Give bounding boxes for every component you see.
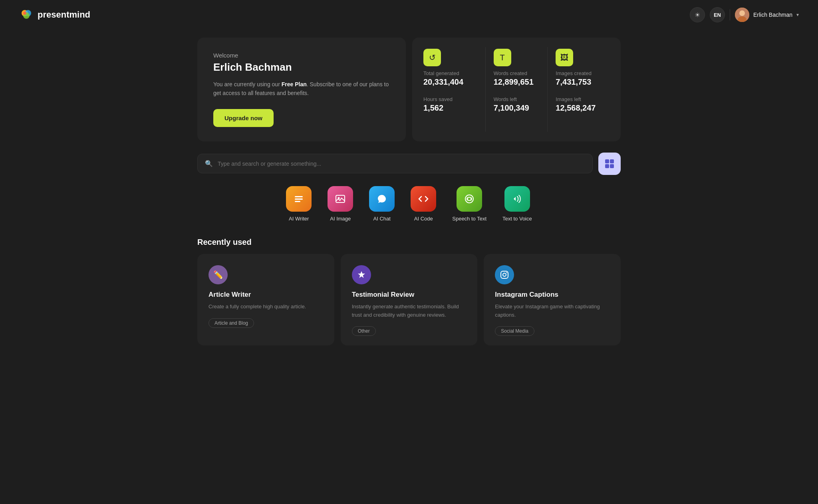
svg-rect-14 [336,195,345,202]
main-content: Welcome Erlich Bachman You are currently… [189,30,629,361]
instagram-captions-icon [495,265,514,284]
search-icon: 🔍 [205,160,213,167]
feature-card-instagram-captions[interactable]: Instagram Captions Elevate your Instagra… [484,254,621,346]
svg-rect-8 [610,159,614,163]
svg-point-22 [506,272,507,273]
instagram-captions-title: Instagram Captions [495,291,610,299]
tool-ai-writer[interactable]: AI Writer [286,186,312,222]
hours-saved-value: 1,562 [423,103,477,113]
logo-icon [19,8,34,22]
tool-speech-to-text[interactable]: Speech to Text [452,186,486,222]
testimonial-review-icon [352,265,371,284]
images-left-value: 12,568,247 [556,103,602,113]
images-created-label: Images created [556,70,602,76]
svg-rect-9 [605,164,609,168]
stat-group-3: 🖼 Images created 7,431,753 Images left 1… [548,47,610,132]
header-divider [730,9,730,20]
stat-words-left: Words left 7,100,349 [494,96,540,113]
welcome-card: Welcome Erlich Bachman You are currently… [197,38,406,141]
svg-point-21 [503,273,506,276]
svg-rect-10 [610,164,614,168]
hours-saved-label: Hours saved [423,96,477,102]
svg-point-17 [467,198,469,199]
stat-images-created: 🖼 Images created 7,431,753 [556,49,602,87]
recently-used-section: Recently used ✏️ Article Writer Create a… [197,238,621,346]
search-input[interactable] [218,161,585,167]
user-name: Erlich Bachman [753,12,792,18]
chevron-down-icon: ▾ [796,12,799,18]
words-left-value: 7,100,349 [494,103,540,113]
stat-total-generated: ↺ Total generated 20,331,404 [423,49,477,87]
article-writer-title: Article Writer [208,291,323,299]
text-to-voice-icon [504,186,530,212]
stat-images-left: Images left 12,568,247 [556,96,602,113]
top-section: Welcome Erlich Bachman You are currently… [197,38,621,141]
article-writer-tag[interactable]: Article and Blog [208,318,254,328]
article-writer-desc: Create a fully complete high quality art… [208,303,323,311]
text-to-voice-label: Text to Voice [502,216,532,222]
images-left-label: Images left [556,96,602,102]
stats-card: ↺ Total generated 20,331,404 Hours saved… [412,38,621,141]
search-bar: 🔍 [197,154,593,173]
testimonial-review-tag[interactable]: Other [352,326,376,336]
theme-toggle-button[interactable]: ☀ [690,7,705,22]
header-right: ☀ EN Erlich Bachman ▾ [690,7,799,22]
logo: presentmind [19,8,90,22]
svg-point-3 [23,12,26,15]
tools-section: AI Writer AI Image AI Chat AI Code [197,186,621,222]
tool-text-to-voice[interactable]: Text to Voice [502,186,532,222]
user-menu[interactable]: Erlich Bachman ▾ [735,8,799,22]
svg-rect-12 [295,198,303,200]
ai-chat-label: AI Chat [373,216,391,222]
welcome-label: Welcome [213,52,390,59]
language-button[interactable]: EN [710,7,725,22]
upgrade-now-button[interactable]: Upgrade now [213,109,274,127]
total-generated-icon: ↺ [423,49,441,66]
images-created-icon: 🖼 [556,49,573,66]
logo-text: presentmind [38,10,90,20]
svg-point-18 [471,198,472,199]
testimonial-review-title: Testimonial Review [352,291,467,299]
avatar [735,8,749,22]
feature-card-article-writer[interactable]: ✏️ Article Writer Create a fully complet… [197,254,334,346]
search-section: 🔍 [197,153,621,175]
feature-card-testimonial-review[interactable]: Testimonial Review Instantly generate au… [341,254,478,346]
tool-ai-code[interactable]: AI Code [411,186,436,222]
ai-code-icon [411,186,436,212]
words-created-value: 12,899,651 [494,77,540,87]
speech-to-text-icon [457,186,482,212]
svg-rect-13 [295,201,300,202]
total-generated-label: Total generated [423,70,477,76]
svg-point-5 [739,10,745,16]
article-writer-icon: ✏️ [208,265,228,284]
tool-ai-image[interactable]: AI Image [328,186,353,222]
tool-ai-chat[interactable]: AI Chat [369,186,395,222]
ai-image-icon [328,186,353,212]
ai-chat-icon [369,186,395,212]
images-created-value: 7,431,753 [556,77,602,87]
feature-cards-grid: ✏️ Article Writer Create a fully complet… [197,254,621,346]
svg-marker-19 [358,271,365,278]
svg-rect-11 [295,196,303,197]
recently-used-title: Recently used [197,238,621,247]
words-created-icon: T [494,49,511,66]
words-created-label: Words created [494,70,540,76]
grid-icon [604,159,615,169]
welcome-desc: You are currently using our Free Plan. S… [213,80,390,98]
svg-rect-7 [605,159,609,163]
stat-group-2: T Words created 12,899,651 Words left 7,… [486,47,548,132]
words-left-label: Words left [494,96,540,102]
ai-writer-label: AI Writer [289,216,309,222]
stat-words-created: T Words created 12,899,651 [494,49,540,87]
instagram-captions-tag[interactable]: Social Media [495,326,534,336]
total-generated-value: 20,331,404 [423,77,477,87]
welcome-name: Erlich Bachman [213,61,390,73]
header: presentmind ☀ EN Erlich Bachman ▾ [0,0,818,30]
instagram-captions-desc: Elevate your Instagram game with captiva… [495,303,610,319]
speech-to-text-label: Speech to Text [452,216,486,222]
grid-view-button[interactable] [598,153,621,175]
ai-code-label: AI Code [414,216,433,222]
ai-image-label: AI Image [330,216,351,222]
testimonial-review-desc: Instantly generate authentic testimonial… [352,303,467,319]
ai-writer-icon [286,186,312,212]
